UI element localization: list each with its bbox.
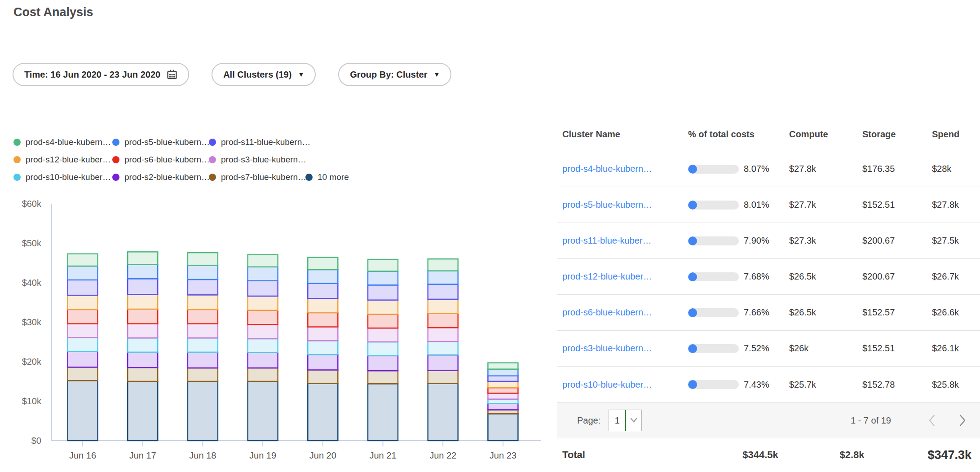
bar-segment-prod-s7-blue-kubern-jun-16[interactable]	[68, 367, 98, 380]
legend-item-prod-s7-blue-kubern[interactable]: prod-s7-blue-kubern…	[209, 172, 305, 182]
bar-segment-prod-s10-blue-kuber-jun-21[interactable]	[368, 342, 398, 356]
bar-segment-prod-s2-blue-kubern-jun-18[interactable]	[188, 352, 218, 368]
legend-item-prod-s11-blue-kubern[interactable]: prod-s11-blue-kubern…	[209, 137, 305, 147]
bar-segment-prod-s7-blue-kubern-jun-18[interactable]	[188, 368, 218, 381]
legend-item-prod-s6-blue-kubern[interactable]: prod-s6-blue-kubern…	[112, 155, 209, 165]
bar-segment-10-more-jun-17[interactable]	[128, 381, 158, 441]
bar-segment-prod-s12-blue-kuber-jun-17[interactable]	[128, 294, 158, 309]
bar-segment-prod-s6-blue-kubern-jun-20[interactable]	[308, 313, 338, 327]
bar-segment-prod-s12-blue-kuber-jun-20[interactable]	[308, 298, 338, 313]
legend-item-prod-s3-blue-kubern[interactable]: prod-s3-blue-kubern…	[209, 155, 305, 165]
bar-segment-prod-s10-blue-kuber-jun-22[interactable]	[428, 341, 458, 355]
bar-segment-10-more-jun-16[interactable]	[68, 380, 98, 441]
bar-segment-prod-s2-blue-kubern-jun-22[interactable]	[428, 355, 458, 370]
bar-segment-prod-s5-blue-kubern-jun-16[interactable]	[68, 266, 98, 280]
bar-segment-prod-s12-blue-kuber-jun-22[interactable]	[428, 299, 458, 314]
bar-segment-prod-s5-blue-kubern-jun-21[interactable]	[368, 271, 398, 285]
cluster-name-link[interactable]: prod-s3-blue-kubern…	[562, 343, 652, 353]
bar-segment-prod-s12-blue-kuber-jun-18[interactable]	[188, 295, 218, 310]
bar-segment-10-more-jun-18[interactable]	[188, 381, 218, 441]
legend-item-prod-s2-blue-kubern[interactable]: prod-s2-blue-kubern…	[112, 172, 209, 182]
bar-segment-prod-s7-blue-kubern-jun-17[interactable]	[128, 367, 158, 381]
bar-segment-prod-s11-blue-kubern-jun-22[interactable]	[428, 284, 458, 299]
bar-segment-10-more-jun-20[interactable]	[308, 383, 338, 441]
bar-segment-prod-s7-blue-kubern-jun-19[interactable]	[248, 368, 278, 381]
bar-segment-prod-s4-blue-kubern-jun-18[interactable]	[188, 253, 218, 265]
bar-segment-prod-s12-blue-kuber-jun-23[interactable]	[488, 381, 518, 388]
bar-segment-prod-s6-blue-kubern-jun-23[interactable]	[488, 388, 518, 393]
bar-segment-prod-s5-blue-kubern-jun-18[interactable]	[188, 265, 218, 280]
bar-segment-prod-s2-blue-kubern-jun-20[interactable]	[308, 354, 338, 370]
bar-segment-prod-s10-blue-kuber-jun-19[interactable]	[248, 339, 278, 353]
bar-segment-prod-s3-blue-kubern-jun-16[interactable]	[68, 324, 98, 338]
bar-segment-prod-s6-blue-kubern-jun-21[interactable]	[368, 314, 398, 328]
bar-segment-prod-s3-blue-kubern-jun-17[interactable]	[128, 324, 158, 338]
bar-segment-prod-s4-blue-kubern-jun-20[interactable]	[308, 258, 338, 270]
bar-segment-prod-s10-blue-kuber-jun-23[interactable]	[488, 399, 518, 404]
bar-segment-prod-s4-blue-kubern-jun-22[interactable]	[428, 259, 458, 271]
bar-segment-prod-s11-blue-kubern-jun-18[interactable]	[188, 280, 218, 295]
bar-segment-prod-s10-blue-kuber-jun-16[interactable]	[68, 337, 98, 351]
cluster-name-link[interactable]: prod-s4-blue-kubern…	[562, 164, 652, 174]
legend-item-prod-s12-blue-kuber[interactable]: prod-s12-blue-kuber…	[13, 155, 112, 165]
bar-segment-prod-s7-blue-kubern-jun-22[interactable]	[428, 370, 458, 383]
bar-segment-prod-s6-blue-kubern-jun-18[interactable]	[188, 310, 218, 324]
bar-segment-prod-s2-blue-kubern-jun-23[interactable]	[488, 403, 518, 410]
cluster-name-link[interactable]: prod-s12-blue-kuber…	[562, 271, 652, 281]
bar-segment-prod-s11-blue-kubern-jun-17[interactable]	[128, 279, 158, 294]
bar-segment-prod-s4-blue-kubern-jun-19[interactable]	[248, 255, 278, 267]
clusters-filter-button[interactable]: All Clusters (19) ▼	[212, 63, 316, 86]
bar-segment-prod-s6-blue-kubern-jun-16[interactable]	[68, 310, 98, 324]
bar-segment-prod-s6-blue-kubern-jun-19[interactable]	[248, 310, 278, 325]
bar-segment-prod-s3-blue-kubern-jun-18[interactable]	[188, 324, 218, 338]
bar-segment-prod-s2-blue-kubern-jun-16[interactable]	[68, 351, 98, 367]
next-page-button[interactable]	[959, 414, 967, 427]
bar-segment-prod-s12-blue-kuber-jun-16[interactable]	[68, 295, 98, 310]
bar-segment-prod-s12-blue-kuber-jun-21[interactable]	[368, 300, 398, 315]
legend-item-10-more[interactable]: 10 more	[305, 172, 349, 182]
bar-segment-10-more-jun-21[interactable]	[368, 384, 398, 441]
bar-segment-10-more-jun-23[interactable]	[488, 414, 518, 441]
bar-segment-prod-s7-blue-kubern-jun-20[interactable]	[308, 370, 338, 383]
bar-segment-prod-s6-blue-kubern-jun-17[interactable]	[128, 309, 158, 324]
bar-segment-prod-s3-blue-kubern-jun-21[interactable]	[368, 328, 398, 342]
legend-item-prod-s5-blue-kubern[interactable]: prod-s5-blue-kubern…	[112, 137, 209, 147]
bar-segment-prod-s7-blue-kubern-jun-23[interactable]	[488, 410, 518, 414]
bar-segment-prod-s3-blue-kubern-jun-19[interactable]	[248, 324, 278, 339]
group-by-filter-button[interactable]: Group By: Cluster ▼	[338, 63, 451, 86]
cluster-name-link[interactable]: prod-s6-blue-kubern…	[562, 307, 652, 317]
bar-segment-prod-s5-blue-kubern-jun-22[interactable]	[428, 271, 458, 284]
bar-segment-prod-s7-blue-kubern-jun-21[interactable]	[368, 371, 398, 384]
bar-segment-prod-s3-blue-kubern-jun-22[interactable]	[428, 328, 458, 341]
bar-segment-prod-s10-blue-kuber-jun-20[interactable]	[308, 341, 338, 354]
bar-segment-10-more-jun-22[interactable]	[428, 383, 458, 441]
bar-segment-prod-s11-blue-kubern-jun-19[interactable]	[248, 281, 278, 296]
bar-segment-prod-s3-blue-kubern-jun-23[interactable]	[488, 393, 518, 399]
bar-segment-prod-s3-blue-kubern-jun-20[interactable]	[308, 327, 338, 341]
bar-segment-prod-s5-blue-kubern-jun-20[interactable]	[308, 270, 338, 284]
bar-segment-prod-s5-blue-kubern-jun-23[interactable]	[488, 369, 518, 376]
bar-segment-prod-s12-blue-kuber-jun-19[interactable]	[248, 296, 278, 310]
bar-segment-prod-s4-blue-kubern-jun-23[interactable]	[488, 363, 518, 369]
time-range-filter-button[interactable]: Time: 16 Jun 2020 - 23 Jun 2020	[13, 63, 189, 86]
legend-item-prod-s10-blue-kuber[interactable]: prod-s10-blue-kuber…	[13, 172, 112, 182]
bar-segment-prod-s10-blue-kuber-jun-17[interactable]	[128, 338, 158, 352]
bar-segment-prod-s4-blue-kubern-jun-21[interactable]	[368, 259, 398, 271]
legend-item-prod-s4-blue-kubern[interactable]: prod-s4-blue-kubern…	[13, 137, 112, 147]
bar-segment-10-more-jun-19[interactable]	[248, 381, 278, 441]
bar-segment-prod-s11-blue-kubern-jun-21[interactable]	[368, 285, 398, 300]
bar-segment-prod-s10-blue-kuber-jun-18[interactable]	[188, 338, 218, 352]
bar-segment-prod-s2-blue-kubern-jun-17[interactable]	[128, 352, 158, 367]
bar-segment-prod-s2-blue-kubern-jun-19[interactable]	[248, 353, 278, 368]
bar-segment-prod-s11-blue-kubern-jun-16[interactable]	[68, 280, 98, 295]
bar-segment-prod-s11-blue-kubern-jun-23[interactable]	[488, 376, 518, 381]
bar-segment-prod-s4-blue-kubern-jun-17[interactable]	[128, 252, 158, 264]
previous-page-button[interactable]	[928, 414, 936, 427]
cluster-name-link[interactable]: prod-s10-blue-kuber…	[562, 380, 652, 389]
bar-segment-prod-s5-blue-kubern-jun-17[interactable]	[128, 265, 158, 279]
page-select[interactable]: 1	[609, 410, 642, 431]
cluster-name-link[interactable]: prod-s5-blue-kubern…	[562, 200, 652, 210]
bar-segment-prod-s6-blue-kubern-jun-22[interactable]	[428, 314, 458, 328]
cluster-name-link[interactable]: prod-s11-blue-kuber…	[562, 236, 652, 245]
bar-segment-prod-s5-blue-kubern-jun-19[interactable]	[248, 267, 278, 281]
